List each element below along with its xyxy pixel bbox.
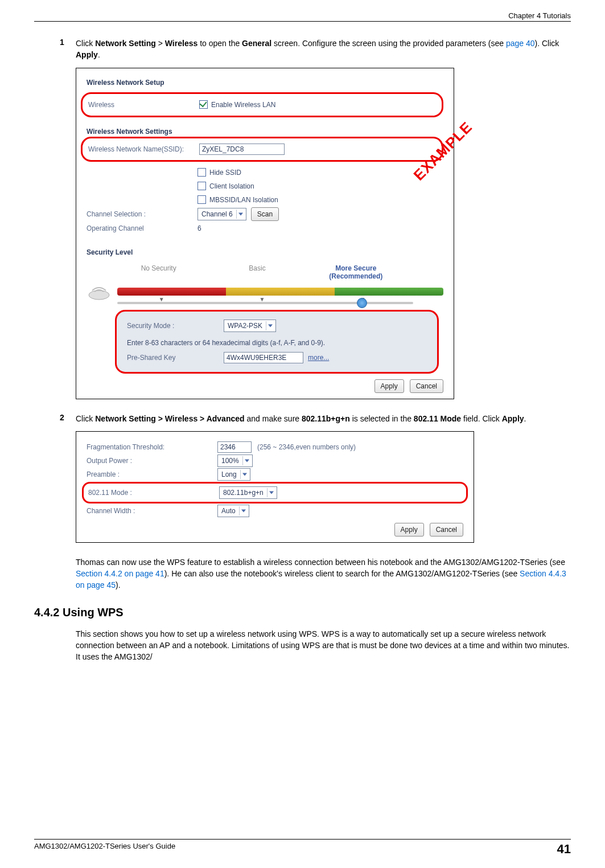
psk-hint: Enter 8-63 characters or 64 hexadecimal … [127, 339, 325, 347]
page-header: Chapter 4 Tutorials [34, 11, 571, 22]
section-title: Wireless Network Settings [87, 128, 443, 136]
ssid-input[interactable]: ZyXEL_7DC8 [199, 144, 285, 155]
frag-input[interactable]: 2346 [217, 441, 252, 453]
section-title: Wireless Network Setup [87, 79, 443, 87]
frag-hint: (256 ~ 2346,even numbers only) [257, 443, 356, 451]
operating-channel-value: 6 [197, 224, 201, 232]
preamble-label: Preamble : [87, 470, 217, 478]
cancel-button[interactable]: Cancel [430, 523, 463, 537]
highlight-80211-mode: 802.11 Mode : 802.11b+g+n [82, 482, 468, 503]
chevron-down-icon [267, 488, 275, 497]
wireless-general-screenshot: EXAMPLE Wireless Network Setup Wireless … [76, 68, 454, 399]
chapter-label: Chapter 4 Tutorials [508, 11, 571, 20]
section-title: Security Level [87, 248, 443, 256]
highlight-wireless-enable: Wireless Enable Wireless LAN [81, 92, 443, 117]
step-text: Click Network Setting > Wireless to open… [76, 38, 571, 61]
section-442-link[interactable]: Section 4.4.2 on page 41 [76, 569, 164, 578]
page-40-link[interactable]: page 40 [506, 39, 535, 48]
operating-channel-label: Operating Channel [87, 224, 197, 232]
heading-442: 4.4.2 Using WPS [34, 606, 571, 619]
hide-ssid-checkbox[interactable] [197, 168, 206, 177]
page-number: 41 [557, 842, 571, 857]
guide-title: AMG1302/AMG1202-TSeries User's Guide [34, 842, 175, 857]
step-number: 2 [60, 413, 76, 424]
enable-wireless-checkbox[interactable] [199, 100, 208, 109]
psk-label: Pre-Shared Key [127, 354, 224, 362]
step-1: 1 Click Network Setting > Wireless to op… [60, 38, 571, 61]
mbssid-isolation-label: MBSSID/LAN Isolation [209, 196, 278, 204]
ssid-label: Wireless Network Name(SSID): [88, 145, 199, 153]
hide-ssid-label: Hide SSID [209, 169, 241, 177]
chevron-down-icon [239, 506, 248, 515]
mbssid-isolation-checkbox[interactable] [197, 195, 206, 204]
client-isolation-label: Client Isolation [209, 182, 254, 190]
paragraph-wps-intro: This section shows you how to set up a w… [76, 628, 571, 663]
channel-width-select[interactable]: Auto [217, 505, 249, 517]
security-mode-select[interactable]: WPA2-PSK [224, 320, 276, 332]
apply-button[interactable]: Apply [374, 379, 404, 393]
page-footer: AMG1302/AMG1202-TSeries User's Guide 41 [34, 839, 571, 857]
mode-select[interactable]: 802.11b+g+n [219, 486, 277, 499]
more-link[interactable]: more... [308, 354, 329, 362]
security-bar [117, 288, 443, 296]
security-level-labels: No Security Basic More Secure (Recommend… [109, 264, 405, 280]
paragraph-thomas: Thomas can now use the WPS feature to es… [76, 556, 571, 591]
slider-knob[interactable] [357, 298, 367, 308]
highlight-ssid: Wireless Network Name(SSID): ZyXEL_7DC8 [81, 137, 443, 162]
output-power-label: Output Power : [87, 457, 217, 465]
chevron-down-icon [242, 456, 251, 465]
channel-selection-label: Channel Selection : [87, 210, 197, 218]
router-icon [87, 282, 112, 301]
enable-wireless-label: Enable Wireless LAN [211, 101, 275, 109]
channel-width-label: Channel Width : [87, 507, 217, 515]
chevron-down-icon [266, 321, 274, 330]
chevron-down-icon [240, 470, 249, 479]
wireless-advanced-screenshot: Fragmentation Threshold: 2346 (256 ~ 234… [76, 431, 474, 543]
highlight-security-panel: Security Mode : WPA2-PSK Enter 8-63 char… [115, 310, 439, 374]
preamble-select[interactable]: Long [217, 468, 250, 481]
mode-label: 802.11 Mode : [88, 489, 219, 497]
chevron-down-icon [236, 210, 245, 219]
scan-button[interactable]: Scan [251, 207, 279, 221]
client-isolation-checkbox[interactable] [197, 182, 206, 190]
channel-select[interactable]: Channel 6 [197, 208, 246, 220]
step-2: 2 Click Network Setting > Wireless > Adv… [60, 413, 571, 424]
output-power-select[interactable]: 100% [217, 455, 253, 467]
step-number: 1 [60, 38, 76, 61]
svg-point-0 [89, 290, 109, 300]
psk-input[interactable]: 4Wx4WU9EHER3E [224, 352, 303, 363]
frag-label: Fragmentation Threshold: [87, 443, 217, 451]
step-text: Click Network Setting > Wireless > Advan… [76, 413, 571, 424]
security-mode-label: Security Mode : [127, 322, 224, 330]
cancel-button[interactable]: Cancel [410, 379, 443, 393]
apply-button[interactable]: Apply [394, 523, 424, 537]
wireless-label: Wireless [88, 101, 199, 109]
security-slider[interactable]: ▼ ▼ ▼ [117, 302, 413, 304]
